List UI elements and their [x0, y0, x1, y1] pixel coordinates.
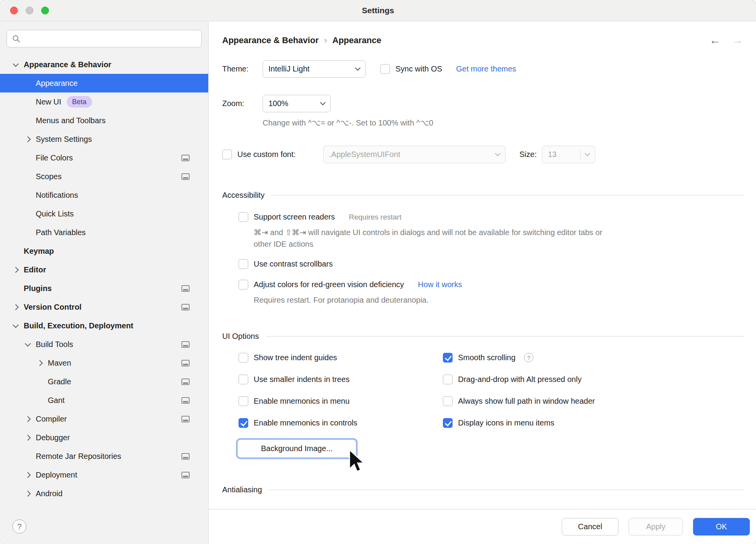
checkbox-show-tree-indent-guides[interactable] [239, 353, 248, 363]
checkbox-row-show-tree-indent-guides[interactable]: Show tree indent guides [239, 353, 443, 363]
chevron-right-icon[interactable] [9, 268, 23, 272]
search-icon [12, 34, 21, 44]
sidebar-item-compiler[interactable]: Compiler [0, 410, 208, 428]
use-custom-font-checkbox[interactable] [222, 150, 232, 159]
sidebar-item-plugins[interactable]: Plugins [0, 279, 208, 298]
apply-button: Apply [629, 518, 683, 535]
accessibility-section-title: Accessibility [222, 191, 265, 200]
checkbox-row-display-icons-in-menu-items[interactable]: Display icons in menu items [443, 418, 744, 428]
sidebar-item-scopes[interactable]: Scopes [0, 167, 208, 186]
checkbox-smooth-scrolling[interactable] [443, 353, 453, 363]
how-it-works-link[interactable]: How it works [418, 280, 462, 289]
checkbox-label: Support screen readers [254, 213, 335, 221]
zoom-select[interactable]: 100% [263, 95, 331, 112]
zoom-hint: Change with ^⌥= or ^⌥-. Set to 100% with… [263, 117, 744, 129]
ok-button[interactable]: OK [693, 518, 750, 535]
sidebar-item-label: Build Tools [36, 340, 73, 349]
sidebar-item-version-control[interactable]: Version Control [0, 298, 208, 316]
checkbox-row-always-show-full-path-in-window-header[interactable]: Always show full path in window header [443, 396, 744, 406]
sidebar-item-gradle[interactable]: Gradle [0, 372, 208, 391]
checkbox-support-screen-readers[interactable] [239, 212, 248, 222]
checkbox-enable-mnemonics-in-menu[interactable] [239, 396, 248, 406]
screen-icon [181, 173, 190, 180]
checkbox-use-smaller-indents-in-trees[interactable] [239, 375, 248, 384]
sidebar-item-remote-jar-repositories[interactable]: Remote Jar Repositories [0, 447, 208, 466]
checkbox-row-enable-mnemonics-in-controls[interactable]: Enable mnemonics in controls [239, 418, 443, 428]
chevron-right-icon[interactable] [21, 417, 35, 421]
chevron-right-icon[interactable] [9, 305, 23, 309]
get-more-themes-link[interactable]: Get more themes [456, 65, 516, 73]
chevron-down-icon[interactable] [21, 343, 35, 346]
custom-font-value: .AppleSystemUIFont [329, 150, 400, 159]
checkbox-row-drag-and-drop-with-alt-pressed-only[interactable]: Drag-and-drop with Alt pressed only [443, 375, 744, 384]
search-input[interactable] [24, 30, 197, 47]
sidebar-item-build-execution-deployment[interactable]: Build, Execution, Deployment [0, 316, 208, 335]
chevron-right-icon[interactable] [21, 473, 35, 477]
chevron-down-icon[interactable] [9, 324, 23, 327]
back-arrow-icon[interactable]: ← [709, 35, 720, 46]
help-icon: ? [17, 522, 21, 531]
search-box[interactable] [7, 30, 202, 47]
checkbox-row-use-contrast-scrollbars[interactable]: Use contrast scrollbars [239, 259, 744, 269]
theme-select[interactable]: IntelliJ Light [263, 60, 366, 78]
chevron-down-icon[interactable] [9, 63, 23, 66]
font-size-value: 13 [548, 150, 556, 159]
sidebar-item-android[interactable]: Android [0, 484, 208, 503]
sidebar-item-maven[interactable]: Maven [0, 354, 208, 372]
chevron-right-icon[interactable] [21, 436, 35, 440]
sidebar-item-label: File Colors [36, 153, 73, 162]
sidebar-item-system-settings[interactable]: System Settings [0, 130, 208, 148]
sidebar-item-keymap[interactable]: Keymap [0, 242, 208, 260]
checkbox-use-contrast-scrollbars[interactable] [239, 259, 248, 269]
sidebar-item-notifications[interactable]: Notifications [0, 186, 208, 204]
checkbox-adjust-colors-red-green[interactable] [239, 280, 248, 289]
sidebar-item-label: Menus and Toolbars [36, 116, 106, 125]
background-image-button[interactable]: Background Image... [237, 439, 356, 458]
checkbox-always-show-full-path-in-window-header[interactable] [443, 396, 453, 406]
sidebar-item-gant[interactable]: Gant [0, 391, 208, 410]
theme-value: IntelliJ Light [268, 65, 310, 73]
sidebar-item-deployment[interactable]: Deployment [0, 466, 208, 484]
sidebar-item-editor[interactable]: Editor [0, 260, 208, 279]
sidebar-item-label: Gant [48, 396, 64, 405]
sidebar-item-label: New UI [36, 98, 61, 106]
checkbox-row-adjust-colors-red-green[interactable]: Adjust colors for red-green vision defic… [239, 280, 744, 289]
sidebar-item-new-ui[interactable]: New UIBeta [0, 92, 208, 111]
chevron-right-icon[interactable] [33, 361, 47, 365]
sidebar-item-quick-lists[interactable]: Quick Lists [0, 204, 208, 223]
sidebar-item-menus-and-toolbars[interactable]: Menus and Toolbars [0, 111, 208, 130]
checkbox-label: Always show full path in window header [458, 397, 595, 406]
breadcrumb-parent[interactable]: Appearance & Behavior [222, 35, 319, 45]
chevron-right-icon[interactable] [21, 492, 35, 496]
sidebar-item-path-variables[interactable]: Path Variables [0, 223, 208, 242]
titlebar[interactable]: Settings [0, 0, 756, 21]
requires-restart-note: Requires restart [349, 213, 401, 221]
sidebar-item-label: Build, Execution, Deployment [24, 321, 133, 330]
checkbox-label: Drag-and-drop with Alt pressed only [458, 375, 582, 384]
checkbox-display-icons-in-menu-items[interactable] [443, 418, 453, 428]
checkbox-row-enable-mnemonics-in-menu[interactable]: Enable mnemonics in menu [239, 396, 443, 406]
screen-icon [181, 304, 190, 310]
use-custom-font-label: Use custom font: [237, 150, 296, 159]
sidebar-item-debugger[interactable]: Debugger [0, 428, 208, 447]
checkbox-row-support-screen-readers[interactable]: Support screen readers Requires restart [239, 212, 744, 222]
close-window-icon[interactable] [10, 7, 18, 14]
zoom-window-icon[interactable] [41, 7, 49, 14]
sidebar-item-build-tools[interactable]: Build Tools [0, 335, 208, 354]
checkbox-enable-mnemonics-in-controls[interactable] [239, 418, 248, 428]
cancel-button[interactable]: Cancel [562, 518, 618, 535]
sidebar-item-appearance-behavior[interactable]: Appearance & Behavior [0, 55, 208, 74]
sidebar-item-label: Scopes [36, 172, 62, 181]
checkbox-drag-and-drop-with-alt-pressed-only[interactable] [443, 375, 453, 384]
zoom-value: 100% [268, 99, 288, 108]
sync-with-os-checkbox[interactable] [380, 64, 390, 74]
help-icon[interactable]: ? [524, 353, 533, 362]
checkbox-row-smooth-scrolling[interactable]: Smooth scrolling? [443, 353, 744, 363]
sidebar-item-label: System Settings [36, 135, 92, 144]
help-button[interactable]: ? [12, 520, 26, 534]
screen-icon [181, 416, 190, 422]
checkbox-row-use-smaller-indents-in-trees[interactable]: Use smaller indents in trees [239, 375, 443, 384]
sidebar-item-appearance[interactable]: Appearance [0, 74, 208, 92]
chevron-right-icon[interactable] [21, 137, 35, 141]
sidebar-item-file-colors[interactable]: File Colors [0, 148, 208, 167]
